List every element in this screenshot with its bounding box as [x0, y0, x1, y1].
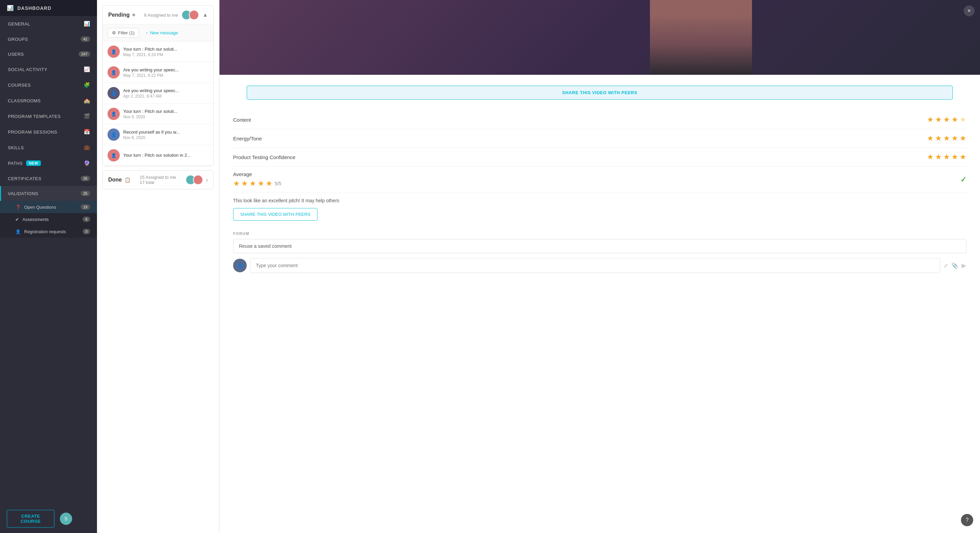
comment-input[interactable] — [250, 258, 940, 273]
general-label: GENERAL — [8, 21, 30, 27]
sidebar-item-validations[interactable]: VALIDATIONS 25 — [0, 186, 97, 201]
groups-label: GROUPS — [8, 37, 28, 42]
share-video-top-button[interactable]: SHARE THIS VIDEO WITH PEERS — [247, 86, 953, 100]
star-1: ★ — [927, 134, 934, 143]
star-2: ★ — [935, 152, 942, 162]
pending-collapse-button[interactable]: ▲ — [202, 12, 208, 18]
close-button[interactable]: × — [964, 5, 975, 16]
help-button[interactable]: ? — [961, 514, 973, 526]
msg-date-5: Nov 6, 2020 — [123, 135, 208, 140]
user-avatar: S — [60, 512, 72, 525]
msg-avatar-3: 👤 — [108, 87, 120, 99]
new-message-icon: ↑ — [146, 30, 148, 35]
registration-badge: 0 — [83, 229, 90, 234]
done-expand-button[interactable]: › — [206, 176, 208, 184]
done-title: Done — [108, 177, 122, 183]
message-item[interactable]: 👤 Your turn : Pitch our soluti... May 7,… — [103, 41, 213, 62]
main-content: Pending 6 Assigned to me ▲ ⚙ Filter (1) — [97, 0, 980, 533]
filter-icon: ⚙ — [112, 30, 116, 35]
star-1: ★ — [927, 152, 934, 162]
new-message-label: New message — [150, 30, 178, 35]
msg-date-3: Apr 2, 2021, 8:47 AM — [123, 94, 208, 98]
done-avatars — [185, 175, 203, 185]
messages-panel: Pending 6 Assigned to me ▲ ⚙ Filter (1) — [97, 0, 220, 533]
dashboard-icon: 📊 — [7, 5, 14, 11]
open-questions-icon: ❓ — [15, 205, 21, 210]
message-item[interactable]: 👤 Are you writing your speec... May 7, 2… — [103, 62, 213, 83]
avg-star-2: ★ — [241, 179, 248, 188]
star-5: ★ — [959, 152, 966, 162]
attach-icon[interactable]: 📎 — [951, 262, 958, 269]
skills-label: SKILLS — [8, 145, 24, 150]
assessments-icon: ✔ — [15, 217, 19, 222]
program-sessions-icon: 📅 — [84, 129, 90, 135]
assessments-label: Assessments — [22, 217, 49, 222]
done-section: Done 📋 15 Assigned to me 17 total › — [102, 170, 214, 189]
video-person — [650, 0, 752, 75]
assessments-badge: 6 — [83, 217, 90, 222]
sidebar-item-courses[interactable]: COURSES 🧩 — [0, 77, 97, 93]
sidebar-item-skills[interactable]: SKILLS 💼 — [0, 140, 97, 155]
confidence-rating-label: Product Testing Confidence — [233, 154, 295, 160]
message-item[interactable]: 👤 Are you writing your speec... Apr 2, 2… — [103, 83, 213, 104]
message-item[interactable]: 👤 Record yourself as if you w... Nov 6, … — [103, 124, 213, 145]
registration-label: Registration requests — [24, 229, 66, 234]
msg-avatar-5: 👤 — [108, 128, 120, 141]
sidebar-item-program-sessions[interactable]: PROGRAM SESSIONS 📅 — [0, 124, 97, 140]
courses-label: COURSES — [8, 82, 31, 88]
sidebar-navigation: GENERAL 📊 GROUPS 41 USERS 247 — [0, 16, 97, 504]
social-icon: 📈 — [84, 66, 90, 72]
sidebar-sub-assessments[interactable]: ✔ Assessments 6 — [0, 213, 97, 225]
sidebar-item-social[interactable]: SOCIAL ACTIVITY 📈 — [0, 62, 97, 77]
message-item[interactable]: 👤 Your turn : Pitch our solution in 2... — [103, 145, 213, 166]
expand-icon[interactable]: ⤢ — [943, 262, 948, 269]
forum-section: FORUM Reuse a saved comment 👤 ⤢ 📎 ▶ — [220, 232, 980, 280]
forum-label: FORUM — [233, 232, 966, 236]
new-message-button[interactable]: ↑ New message — [142, 28, 182, 37]
send-button[interactable]: ▶ — [962, 262, 966, 269]
courses-icon: 🧩 — [84, 82, 90, 88]
sidebar-item-classrooms[interactable]: CLASSROOMS 🏫 — [0, 93, 97, 108]
star-4: ★ — [951, 152, 958, 162]
program-templates-label: PROGRAM TEMPLATES — [8, 114, 60, 119]
sidebar-item-program-templates[interactable]: PROGRAM TEMPLATES 🎬 — [0, 108, 97, 124]
sidebar-title: DASHBOARD — [18, 5, 51, 11]
energy-stars: ★ ★ ★ ★ ★ — [927, 134, 966, 143]
sidebar-item-groups[interactable]: GROUPS 41 — [0, 32, 97, 46]
video-area: × — [220, 0, 980, 75]
sidebar-sub-registration[interactable]: 👤 Registration requests 0 — [0, 225, 97, 238]
message-item[interactable]: 👤 Your turn : Pitch our soluti... Nov 6,… — [103, 104, 213, 124]
right-panel: × SHARE THIS VIDEO WITH PEERS Content ★ … — [220, 0, 980, 533]
avg-star-3: ★ — [250, 179, 256, 188]
msg-date-1: May 7, 2021, 6:24 PM — [123, 52, 208, 57]
star-5: ★ — [959, 115, 966, 124]
create-course-button[interactable]: CREATE COURSE — [7, 510, 54, 528]
classrooms-label: CLASSROOMS — [8, 98, 41, 103]
confidence-rating-row: Product Testing Confidence ★ ★ ★ ★ ★ — [233, 148, 966, 167]
star-1: ★ — [927, 115, 934, 124]
msg-date-2: May 7, 2021, 6:22 PM — [123, 73, 208, 78]
content-rating-label: Content — [233, 117, 294, 123]
star-2: ★ — [935, 134, 942, 143]
filter-button[interactable]: ⚙ Filter (1) — [108, 28, 139, 38]
avg-star-5: ★ — [266, 179, 272, 188]
sidebar-item-users[interactable]: USERS 247 — [0, 46, 97, 62]
saved-comment-select[interactable]: Reuse a saved comment — [233, 239, 966, 253]
paths-icon: 🔮 — [84, 160, 90, 166]
groups-badge: 41 — [81, 36, 90, 42]
sidebar-sub-open-questions[interactable]: ❓ Open Questions 19 — [0, 201, 97, 213]
sidebar-item-certificates[interactable]: CERTIFICATES 26 — [0, 171, 97, 186]
pending-avatars — [181, 10, 199, 20]
sidebar-footer: CREATE COURSE S — [0, 504, 97, 533]
users-badge: 247 — [79, 51, 90, 57]
msg-title-2: Are you writing your speec... — [123, 67, 208, 72]
general-icon: 📊 — [84, 21, 90, 27]
average-score: 5/5 — [275, 181, 281, 186]
message-list: 👤 Your turn : Pitch our soluti... May 7,… — [103, 41, 213, 166]
done-header: Done 📋 15 Assigned to me 17 total › — [103, 171, 213, 189]
share-peers-button[interactable]: SHARE THIS VIDEO WITH PEERS — [233, 208, 318, 220]
commenter-avatar: 👤 — [233, 259, 247, 272]
pending-avatar-2 — [189, 10, 199, 20]
sidebar-item-paths[interactable]: PATHS NEW 🔮 — [0, 155, 97, 171]
sidebar-item-general[interactable]: GENERAL 📊 — [0, 16, 97, 32]
